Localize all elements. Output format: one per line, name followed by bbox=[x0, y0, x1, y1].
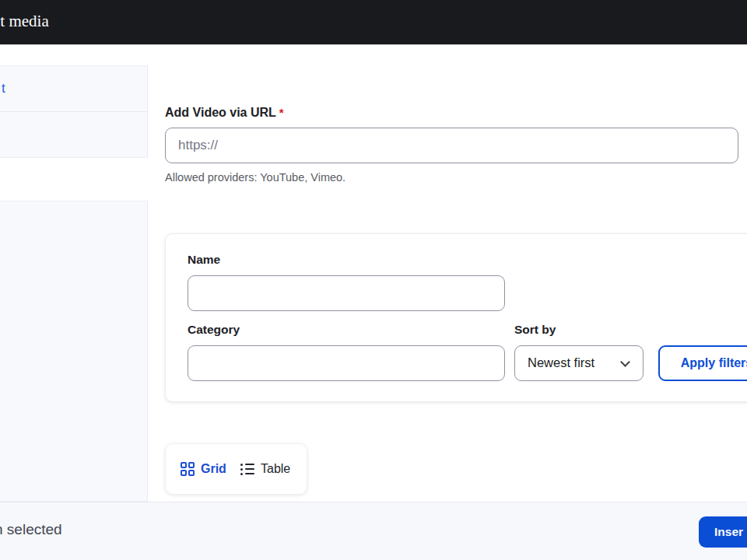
add-video-url-label: Add Video via URL* bbox=[165, 106, 284, 120]
sort-by-label: Sort by bbox=[514, 323, 556, 337]
sort-by-select[interactable]: Newest first bbox=[514, 345, 644, 381]
media-type-tab-label: t bbox=[2, 81, 5, 96]
apply-filters-button[interactable]: Apply filters bbox=[658, 345, 747, 381]
media-type-tab[interactable] bbox=[0, 112, 147, 158]
add-video-url-label-text: Add Video via URL bbox=[165, 106, 276, 119]
sidebar-panel bbox=[0, 201, 148, 502]
media-type-tabs: t bbox=[0, 65, 148, 158]
view-toggle: Grid Table bbox=[165, 443, 307, 495]
category-filter-label: Category bbox=[188, 323, 240, 337]
grid-view-label: Grid bbox=[201, 462, 226, 476]
list-icon bbox=[240, 464, 254, 475]
modal-title: ct media bbox=[0, 12, 49, 31]
video-url-input[interactable] bbox=[165, 128, 738, 163]
chevron-down-icon bbox=[620, 357, 630, 367]
media-type-tab-active[interactable]: t bbox=[0, 66, 147, 112]
sort-by-selected-value: Newest first bbox=[528, 355, 594, 370]
selection-status: n selected bbox=[0, 521, 62, 538]
name-filter-label: Name bbox=[188, 253, 220, 267]
required-marker: * bbox=[279, 106, 284, 119]
grid-icon bbox=[181, 462, 195, 476]
filters-panel: Name Category Sort by Newest first Apply… bbox=[165, 233, 747, 402]
modal-header: ct media bbox=[0, 0, 747, 45]
modal-footer: n selected Inser bbox=[0, 502, 747, 560]
insert-selected-button[interactable]: Inser bbox=[699, 516, 747, 548]
media-library-modal: ct media t Add Video via URL* Allowed pr… bbox=[0, 0, 747, 560]
category-filter-input[interactable] bbox=[188, 345, 505, 381]
table-view-label: Table bbox=[261, 462, 290, 476]
name-filter-input[interactable] bbox=[188, 275, 505, 311]
grid-view-toggle[interactable]: Grid bbox=[181, 462, 226, 476]
table-view-toggle[interactable]: Table bbox=[240, 462, 290, 476]
allowed-providers-help: Allowed providers: YouTube, Vimeo. bbox=[165, 171, 345, 184]
